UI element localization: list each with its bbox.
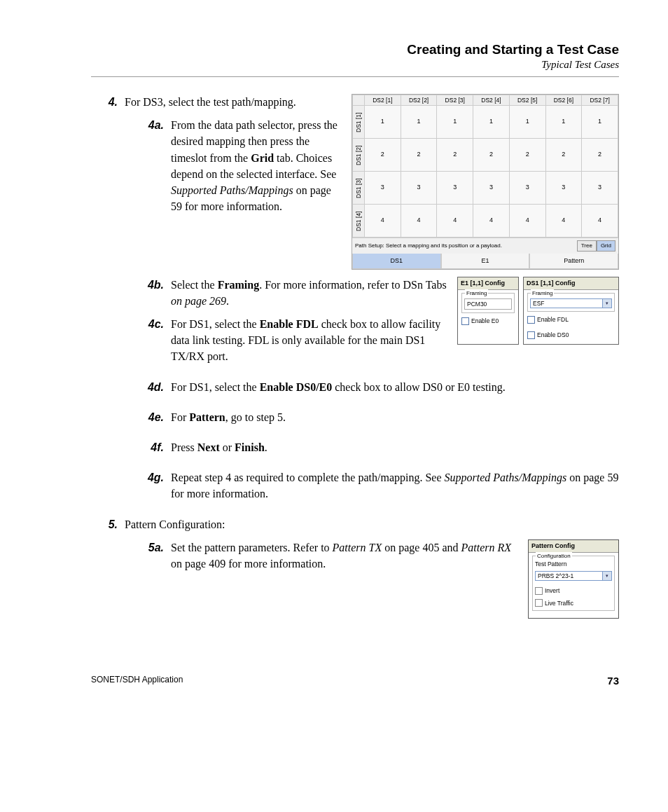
tab-e1[interactable]: E1 [441,254,530,269]
header-subtitle: Typical Test Cases [91,59,619,71]
step-4g-number: 4g. [125,469,171,486]
step-4a-text: From the data path selector, press the d… [171,117,338,214]
step-4-number: 4. [91,94,125,110]
tab-pattern[interactable]: Pattern [529,254,618,269]
step-5a-number: 5a. [125,539,171,556]
step-4g-text: Repeat step 4 as required to complete th… [171,469,619,502]
grid-status-text: Path Setup: Select a mapping and its pos… [355,242,502,250]
step-4-text: For DS3, select the test path/mapping. [125,94,338,110]
step-5-text: Pattern Configuration: [125,516,619,532]
e1-config-panel: E1 [1,1] Config Framing PCM30 Enable E0 [457,277,519,345]
header-rule [91,76,619,77]
footer-app: SONET/SDH Application [91,675,183,687]
chevron-down-icon: ▾ [602,299,611,308]
step-5-number: 5. [91,516,125,532]
step-4f-text: Press Next or Finish. [171,439,619,455]
step-4f-number: 4f. [125,439,171,455]
tree-button[interactable]: Tree [577,240,597,252]
tab-ds1[interactable]: DS1 [352,254,441,269]
grid-button[interactable]: Grid [597,240,615,252]
header-title: Creating and Starting a Test Case [91,42,619,57]
enable-e0-checkbox[interactable] [461,317,469,325]
pattern-config-title: Pattern Config [529,540,618,553]
test-pattern-select[interactable]: PRBS 2^23-1 ▾ [535,571,612,581]
step-4a-number: 4a. [125,117,171,133]
grid-figure: DS2 [1]DS2 [2]DS2 [3]DS2 [4]DS2 [5]DS2 [… [352,94,619,270]
e1-config-title: E1 [1,1] Config [458,277,518,290]
enable-fdl-checkbox[interactable] [527,316,535,324]
live-traffic-checkbox[interactable] [535,599,543,607]
step-4d-text: For DS1, select the Enable DS0/E0 check … [171,379,619,395]
step-5a-text: Set the pattern parameters. Refer to Pat… [171,539,520,572]
invert-checkbox[interactable] [535,587,543,595]
step-4c-number: 4c. [125,316,171,332]
pattern-config-panel: Pattern Config Configuration Test Patter… [528,539,619,619]
ds1-framing-select[interactable]: ESF ▾ [530,298,612,308]
ds1-config-panel: DS1 [1,1] Config Framing ESF ▾ Enable FD… [523,277,619,345]
page-number: 73 [607,675,619,687]
step-4b-number: 4b. [125,277,171,293]
step-4b-text: Select the Framing. For more information… [171,277,449,309]
step-4e-text: For Pattern, go to step 5. [171,409,619,425]
ds1-config-title: DS1 [1,1] Config [524,277,618,290]
enable-ds0-checkbox[interactable] [527,331,535,339]
step-4e-number: 4e. [125,409,171,425]
chevron-down-icon: ▾ [602,572,611,580]
step-4d-number: 4d. [125,379,171,395]
e1-framing-input[interactable]: PCM30 [464,298,512,310]
step-4c-text: For DS1, select the Enable FDL check box… [171,316,449,365]
